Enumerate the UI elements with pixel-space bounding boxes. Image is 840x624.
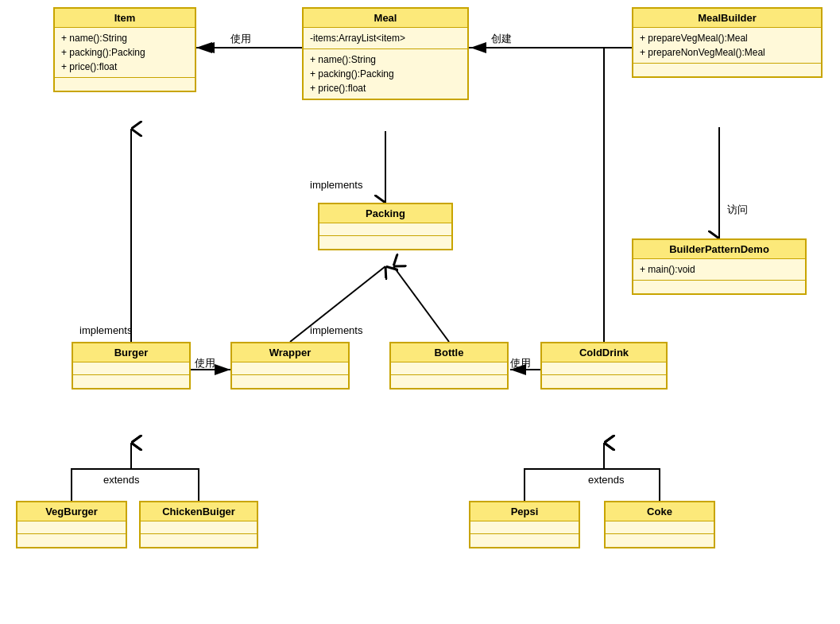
class-vegburger-section1 <box>17 521 126 534</box>
class-chickenbuiger-section1 <box>141 521 257 534</box>
class-vegburger: VegBurger <box>16 501 127 548</box>
class-builderPatterndemo: BuilderPatternDemo + main():void <box>632 238 807 295</box>
label-chuangjian: 创建 <box>491 32 512 46</box>
svg-line-9 <box>393 266 449 342</box>
class-packing-section2 <box>319 236 451 249</box>
class-item-header: Item <box>55 9 195 28</box>
class-pepsi: Pepsi <box>469 501 580 548</box>
class-meal-section1: -items:ArrayList<item> <box>304 28 467 49</box>
label-implements-2: implements <box>79 324 132 336</box>
class-wrapper-header: Wrapper <box>232 343 348 362</box>
class-colddrink: ColdDrink <box>540 342 668 390</box>
class-chickenbuiger: ChickenBuiger <box>139 501 258 548</box>
class-item: Item + name():String+ packing():Packing+… <box>53 7 196 92</box>
class-packing-section1 <box>319 223 451 236</box>
class-coke-section1 <box>606 521 714 534</box>
label-shiyong-3: 使用 <box>510 356 531 370</box>
class-bottle-section2 <box>391 375 507 388</box>
class-colddrink-section1 <box>542 362 666 375</box>
class-meal: Meal -items:ArrayList<item> + name():Str… <box>302 7 469 100</box>
label-implements-3: implements <box>310 324 362 336</box>
label-extends-1: extends <box>103 474 140 486</box>
class-colddrink-section2 <box>542 375 666 388</box>
class-item-section2 <box>55 78 195 91</box>
class-vegburger-header: VegBurger <box>17 502 126 521</box>
class-wrapper: Wrapper <box>230 342 350 390</box>
class-bottle-header: Bottle <box>391 343 507 362</box>
class-chickenbuiger-header: ChickenBuiger <box>141 502 257 521</box>
class-pepsi-section1 <box>470 521 579 534</box>
class-coke-section2 <box>606 534 714 547</box>
class-chickenbuiger-section2 <box>141 534 257 547</box>
class-packing-header: Packing <box>319 204 451 223</box>
label-shiyong-1: 使用 <box>230 32 251 46</box>
class-builderpatterndemo-section1: + main():void <box>633 259 805 281</box>
label-implements-1: implements <box>310 179 362 191</box>
class-mealbuilder-section1: + prepareVegMeal():Meal+ prepareNonVegMe… <box>633 28 821 64</box>
class-colddrink-header: ColdDrink <box>542 343 666 362</box>
class-meal-header: Meal <box>304 9 467 28</box>
class-burger-header: Burger <box>73 343 189 362</box>
class-packing: Packing <box>318 203 453 250</box>
class-burger: Burger <box>72 342 191 390</box>
class-bottle-section1 <box>391 362 507 375</box>
class-vegburger-section2 <box>17 534 126 547</box>
class-bottle: Bottle <box>389 342 509 390</box>
class-builderpatterndemo-header: BuilderPatternDemo <box>633 240 805 259</box>
class-coke: Coke <box>604 501 715 548</box>
class-builderpatterndemo-section2 <box>633 281 805 293</box>
class-wrapper-section1 <box>232 362 348 375</box>
class-burger-section1 <box>73 362 189 375</box>
label-shiyong-2: 使用 <box>195 356 215 370</box>
class-mealbuilder: MealBuilder + prepareVegMeal():Meal+ pre… <box>632 7 823 78</box>
class-meal-section2: + name():String+ packing():Packing+ pric… <box>304 49 467 99</box>
class-burger-section2 <box>73 375 189 388</box>
class-pepsi-header: Pepsi <box>470 502 579 521</box>
class-item-section1: + name():String+ packing():Packing+ pric… <box>55 28 195 78</box>
class-coke-header: Coke <box>606 502 714 521</box>
class-mealbuilder-header: MealBuilder <box>633 9 821 28</box>
class-mealbuilder-section2 <box>633 64 821 76</box>
diagram-container: Item + name():String+ packing():Packing+… <box>0 0 840 624</box>
label-extends-2: extends <box>588 474 625 486</box>
class-wrapper-section2 <box>232 375 348 388</box>
label-fangwen: 访问 <box>727 203 748 217</box>
class-pepsi-section2 <box>470 534 579 547</box>
